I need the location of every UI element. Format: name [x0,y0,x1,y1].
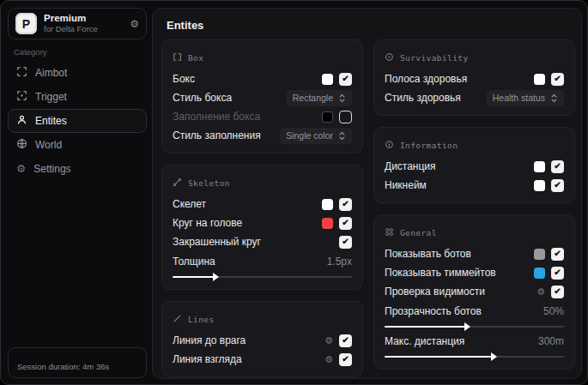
page-title: Entites [167,19,575,32]
right-column: Survivability Полоса здоровья ✔ Стиль зд… [373,39,575,370]
health-style-select[interactable]: Health status [487,90,564,106]
sidebar-item-label: Settings [33,163,70,175]
checkbox[interactable] [339,111,352,123]
card-box: Box Бокс ✔ Стиль бокса Rectangle [161,39,363,153]
row-box: Бокс ✔ [173,69,352,88]
color-swatch[interactable] [534,74,545,85]
slider-thumb[interactable] [464,322,470,331]
sidebar-item-world[interactable]: World [8,133,147,157]
premium-header: P Premium for Delta Force ⚙ [8,8,147,39]
updown-arrows-icon [338,131,346,141]
row-skeleton: Скелет ✔ [173,195,352,214]
row-health-style: Стиль здоровья Health status [385,88,564,107]
checkbox[interactable]: ✔ [339,353,352,366]
card-header-label: Survivability [400,53,469,63]
row-bots-opacity: Прозрачность ботов 50% [385,301,564,331]
premium-subtitle: for Delta Force [44,25,123,34]
checkbox[interactable]: ✔ [339,334,352,347]
card-header-label: Lines [188,315,215,324]
main-panel: Entites Box Бокс ✔ [152,8,582,379]
row-label: Скелет [173,198,322,210]
row-thickness: Толщина 1.5px [173,251,352,281]
fill-style-select[interactable]: Single color [280,128,352,144]
row-show-bots: Показывать ботов ✔ [385,244,564,263]
row-label: Проверка видимости [385,286,536,298]
gear-icon[interactable]: ⚙ [536,287,545,297]
card-header-label: Information [400,141,458,150]
checkbox[interactable]: ✔ [339,73,352,86]
slider-thumb[interactable] [213,273,219,281]
row-fill-style: Стиль заполнения Single color [173,126,352,145]
app-logo: P [15,13,37,34]
card-survivability: Survivability Полоса здоровья ✔ Стиль зд… [373,39,575,116]
sidebar-item-label: Entites [35,115,67,127]
row-box-fill: Заполнение бокса [173,107,352,126]
row-label: Стиль бокса [173,92,287,104]
row-filled-circle: Закрашенный круг ✔ [173,232,352,251]
row-label: Линия до врага [173,334,324,346]
color-swatch[interactable] [322,199,333,210]
checkbox[interactable]: ✔ [551,286,564,298]
checkbox[interactable]: ✔ [339,236,352,249]
slider-thumb[interactable] [491,352,497,361]
session-duration-box: Session duration: 4m 36s [8,347,147,378]
gear-icon[interactable]: ⚙ [324,336,333,346]
checkbox[interactable]: ✔ [551,73,564,86]
color-swatch[interactable] [322,218,333,229]
max-distance-slider[interactable] [385,356,564,358]
box-brackets-icon [173,50,182,65]
settings-gear-icon: ⚙ [16,164,26,175]
sidebar-item-settings[interactable]: ⚙ Settings [8,157,147,181]
checkbox[interactable]: ✔ [551,267,564,280]
row-label: Показывать тиммейтов [385,267,534,279]
row-label: Линия взгляда [173,353,324,365]
color-swatch[interactable] [534,268,545,279]
card-general-header: General [385,225,564,240]
slider-value: 50% [543,305,564,317]
row-label: Закрашенный круг [173,236,339,248]
checkbox[interactable]: ✔ [551,179,564,192]
world-globe-icon [16,138,27,152]
thickness-slider[interactable] [173,276,352,278]
card-skeleton-header: Skeleton [173,175,352,190]
app-window: P Premium for Delta Force ⚙ Category Aim… [0,0,588,385]
card-header-label: General [400,228,437,238]
select-value: Single color [286,130,333,141]
color-swatch[interactable] [534,180,545,191]
aimbot-viewfinder-icon [16,66,27,80]
checkbox[interactable]: ✔ [339,198,352,211]
checkbox[interactable]: ✔ [551,160,564,173]
row-label: Стиль заполнения [173,129,280,141]
color-swatch[interactable] [322,74,333,85]
entities-person-icon [16,114,27,128]
select-value: Rectangle [293,93,333,103]
gear-icon[interactable]: ⚙ [130,19,139,29]
card-lines: Lines Линия до врага ⚙ ✔ Линия взгляда ⚙ [161,301,363,377]
row-health-bar: Полоса здоровья ✔ [385,69,564,88]
row-label: Бокс [173,73,322,85]
gear-icon[interactable]: ⚙ [324,355,333,364]
select-value: Health status [493,93,545,103]
pulse-circle-icon [385,50,394,65]
color-swatch[interactable] [322,111,333,123]
left-column: Box Бокс ✔ Стиль бокса Rectangle [161,39,363,377]
sidebar-item-trigget[interactable]: Trigget [8,85,147,109]
card-general: General Показывать ботов ✔ Показывать ти… [373,214,575,370]
checkbox[interactable]: ✔ [551,248,564,261]
color-swatch[interactable] [534,249,545,260]
sidebar-item-aimbot[interactable]: Aimbot [8,61,147,85]
slider-value: 1.5px [327,256,352,268]
color-swatch[interactable] [534,161,545,172]
sidebar-item-entites[interactable]: Entites [8,109,147,133]
premium-text: Premium for Delta Force [44,13,123,33]
row-label: Круг на голове [173,217,322,229]
row-head-circle: Круг на голове ✔ [173,214,352,232]
cards-columns: Box Бокс ✔ Стиль бокса Rectangle [161,39,575,377]
checkbox[interactable]: ✔ [339,217,352,230]
updown-arrows-icon [338,93,346,103]
box-style-select[interactable]: Rectangle [287,90,352,106]
row-label: Никнейм [385,179,534,191]
row-label: Дистанция [385,160,534,172]
row-label: Толщина [173,256,327,268]
bots-opacity-slider[interactable] [385,326,564,328]
